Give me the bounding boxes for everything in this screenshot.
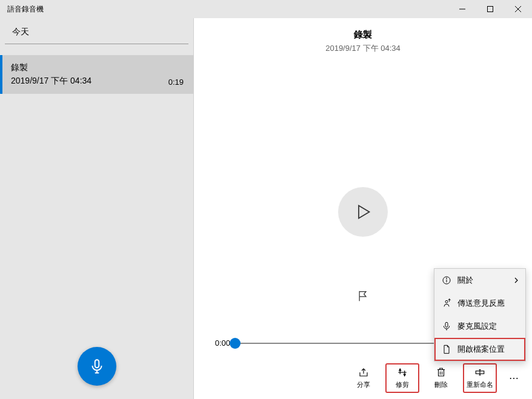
svg-marker-7 xyxy=(359,206,370,219)
feedback-icon xyxy=(442,298,451,308)
current-time-label: 0:00 xyxy=(212,338,230,348)
marker-button[interactable] xyxy=(351,284,375,308)
microphone-small-icon xyxy=(442,322,451,331)
menu-mic-settings[interactable]: 麥克風設定 xyxy=(434,315,525,338)
context-menu: 關於 傳送意見反應 xyxy=(434,268,526,361)
sidebar: 今天 錄製 2019/9/17 下午 04:34 0:19 xyxy=(0,18,194,399)
svg-point-24 xyxy=(445,300,448,303)
record-button[interactable] xyxy=(78,347,116,386)
share-label: 分享 xyxy=(357,380,370,389)
trim-icon xyxy=(397,367,408,378)
svg-rect-25 xyxy=(445,322,448,327)
chevron-right-icon xyxy=(513,276,519,285)
menu-mic-label: 麥克風設定 xyxy=(457,321,497,332)
flag-icon xyxy=(357,290,369,302)
content-header: 錄製 2019/9/17 下午 04:34 xyxy=(325,18,401,54)
delete-button[interactable]: 刪除 xyxy=(424,364,458,392)
recording-duration: 0:19 xyxy=(168,77,184,87)
titlebar: 語音錄音機 xyxy=(0,0,532,18)
rename-icon xyxy=(474,367,485,378)
recording-info: 錄製 2019/9/17 下午 04:34 xyxy=(11,62,91,87)
recording-datetime: 2019/9/17 下午 04:34 xyxy=(11,76,91,87)
menu-open-file-location[interactable]: 開啟檔案位置 xyxy=(434,338,525,361)
menu-feedback[interactable]: 傳送意見反應 xyxy=(434,292,525,315)
delete-label: 刪除 xyxy=(434,380,448,389)
date-header: 今天 xyxy=(5,18,188,44)
trim-label: 修剪 xyxy=(396,380,409,389)
info-icon xyxy=(442,275,451,285)
rename-label: 重新命名 xyxy=(467,380,493,389)
timeline-thumb[interactable] xyxy=(230,338,241,349)
maximize-icon xyxy=(487,6,493,12)
trash-icon xyxy=(436,367,447,378)
menu-feedback-label: 傳送意見反應 xyxy=(457,298,505,309)
close-button[interactable] xyxy=(504,0,532,18)
main-area: 今天 錄製 2019/9/17 下午 04:34 0:19 錄製 2019/9/… xyxy=(0,18,532,399)
ellipsis-icon: ⋯ xyxy=(509,372,519,384)
app-title: 語音錄音機 xyxy=(7,4,44,15)
svg-rect-4 xyxy=(95,360,99,368)
svg-rect-1 xyxy=(488,7,493,12)
bottom-toolbar: 分享 修剪 xyxy=(347,363,526,393)
file-icon xyxy=(442,345,451,354)
play-icon xyxy=(354,203,371,220)
svg-marker-13 xyxy=(399,369,401,371)
svg-marker-14 xyxy=(404,374,405,376)
minimize-icon xyxy=(459,6,465,12)
microphone-icon xyxy=(89,358,105,374)
minimize-button[interactable] xyxy=(448,0,476,18)
menu-about[interactable]: 關於 xyxy=(434,269,525,292)
content-panel: 錄製 2019/9/17 下午 04:34 0:00 xyxy=(194,18,532,399)
menu-open-location-label: 開啟檔案位置 xyxy=(457,344,505,355)
window-controls xyxy=(448,0,532,18)
recording-title: 錄製 xyxy=(11,62,91,73)
more-button[interactable]: ⋯ xyxy=(502,366,526,391)
content-datetime: 2019/9/17 下午 04:34 xyxy=(325,43,401,54)
svg-point-23 xyxy=(446,278,447,279)
menu-about-label: 關於 xyxy=(457,275,473,286)
rename-button[interactable]: 重新命名 xyxy=(463,363,497,393)
maximize-button[interactable] xyxy=(476,0,504,18)
share-button[interactable]: 分享 xyxy=(347,364,381,392)
play-button[interactable] xyxy=(338,187,388,237)
trim-button[interactable]: 修剪 xyxy=(385,363,419,393)
close-icon xyxy=(515,6,521,12)
recording-list-item[interactable]: 錄製 2019/9/17 下午 04:34 0:19 xyxy=(0,55,193,94)
content-title: 錄製 xyxy=(325,29,401,41)
share-icon xyxy=(358,367,369,378)
